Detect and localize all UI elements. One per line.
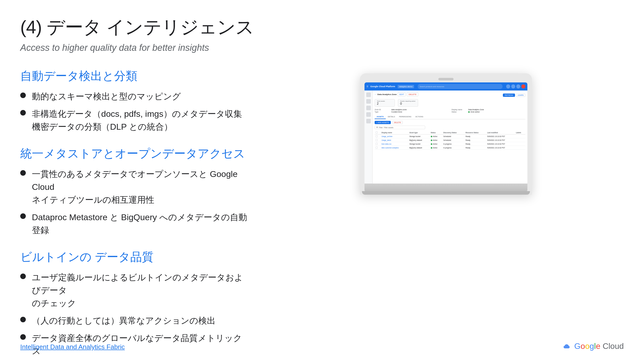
gcp-search-placeholder: Search products and resources — [420, 86, 444, 87]
tab-actions[interactable]: ACTIONS — [413, 115, 425, 119]
section1-title: 自動データ検出と分類 — [20, 68, 248, 84]
bullet-dot — [20, 213, 26, 219]
gcp-search-bar[interactable]: Search products and resources — [418, 84, 503, 89]
td-name[interactable]: train-data-csv — [380, 142, 408, 146]
section2-bullets: 一貫性のあるメタデータでオープンソースと Google Cloudネイティブツー… — [20, 168, 248, 237]
filter-label: Filter — [379, 127, 383, 128]
bullet-item: （人の行動としては）異常なアクションの検出 — [20, 314, 248, 327]
status-dot — [431, 140, 432, 141]
td-discovery: Scheduled — [442, 134, 465, 138]
gcp-ui: ☰ Google Cloud Platform dataplex-demo Se… — [364, 82, 527, 184]
bullet-item: ユーザ定義ルールによるビルトインのメタデータおよびデータのチェック — [20, 271, 248, 310]
td-labels — [515, 138, 525, 142]
filter-bar[interactable]: ⊞ Filter Filter assets — [375, 126, 425, 129]
user-avatar[interactable] — [521, 84, 525, 88]
info-val-display: Data Analytics Zone — [468, 109, 484, 110]
row-checkbox[interactable] — [376, 139, 378, 141]
stat-value-total: 2 — [377, 102, 393, 105]
sidebar-icon-3[interactable] — [366, 106, 371, 110]
info-key-zone-id: Zone ID — [375, 109, 390, 110]
topbar-icon-3[interactable] — [516, 84, 520, 88]
info-key-display: Display name — [452, 109, 467, 110]
laptop-mockup: ☰ Google Cloud Platform dataplex-demo Se… — [360, 73, 532, 195]
td-resource: Ready — [464, 142, 486, 146]
footer-link[interactable]: Intelligent Data and Analytics Fabric — [20, 343, 125, 351]
bullet-dot — [20, 274, 26, 279]
tab-details[interactable]: DETAILS — [386, 115, 397, 119]
bullet-text: 動的なスキーマ検出と型のマッピング — [32, 90, 248, 103]
info-val-status: Zone active — [468, 111, 480, 113]
add-assets-button[interactable]: + ADD ASSETS — [375, 121, 391, 124]
td-modified: 5/26/2021 10:13:32 PST — [486, 138, 515, 142]
th-checkbox — [375, 131, 380, 134]
bullet-text: ユーザ定義ルールによるビルトインのメタデータおよびデータのチェック — [32, 271, 248, 310]
refresh-button[interactable]: REFRESH — [503, 94, 515, 97]
bullet-dot — [20, 334, 26, 340]
topbar-icon-2[interactable] — [511, 84, 515, 88]
gcp-tabs: ASSETS DETAILS PERMISSIONS ACTIONS — [375, 115, 525, 119]
td-status: Active — [430, 138, 442, 142]
table-row: Usage_archive Storage bucket Active Sche… — [375, 134, 525, 138]
info-val-type: Curated Zone — [391, 111, 402, 113]
sidebar-icon-1[interactable] — [366, 93, 371, 97]
row-checkbox[interactable] — [376, 143, 378, 145]
bullet-text: 非構造化データ（docs, pdfs, imgs）のメタデータ収集機密データの分… — [32, 107, 248, 133]
row-checkbox[interactable] — [376, 135, 378, 137]
table-row: train-data-csv Storage bucket Active In … — [375, 142, 525, 146]
sidebar-icon-2[interactable] — [366, 99, 371, 104]
sidebar-icon-4[interactable] — [366, 112, 371, 117]
learn-button[interactable]: LEARN — [516, 94, 525, 97]
assets-table: Display name Asset type Status Discovery… — [375, 131, 525, 150]
th-labels: Labels — [515, 131, 525, 134]
bullet-item: Dataproc Metastore と BigQuery へのメタデータの自動… — [20, 211, 248, 237]
td-discovery: In progress — [442, 142, 465, 146]
gcp-body: ← Data Analytics Zone EDIT DELETE REFRES… — [364, 91, 527, 184]
filter-assets-label: Filter assets — [384, 127, 394, 128]
gcp-logo: Google Cloud Platform — [370, 85, 395, 88]
td-labels — [515, 146, 525, 150]
header-checkbox[interactable] — [376, 131, 378, 133]
td-type: Storage bucket — [408, 142, 430, 146]
info-row-display: Display name Data Analytics Zone — [452, 109, 525, 110]
td-discovery: In progress — [442, 146, 465, 150]
info-row-zone-id: Zone ID data-analytics-zone — [375, 109, 448, 110]
td-discovery: Scheduled — [442, 138, 465, 142]
gcp-stats-row: Total assets 2 Assets requiring action 0 — [375, 99, 525, 107]
section1-bullets: 動的なスキーマ検出と型のマッピング 非構造化データ（docs, pdfs, im… — [20, 90, 248, 133]
status-dot — [431, 147, 432, 149]
section-unified-store: 統一メタストアとオープンデータアクセス 一貫性のあるメタデータでオープンソースと… — [20, 146, 248, 237]
td-name[interactable]: Usage_latest — [380, 138, 408, 142]
delete-button[interactable]: DELETE — [407, 93, 418, 96]
td-type: Storage bucket — [408, 134, 430, 138]
td-resource: Ready — [464, 134, 486, 138]
td-modified: 5/26/2021 10:13:32 PST — [486, 142, 515, 146]
section2-title: 統一メタストアとオープンデータアクセス — [20, 146, 248, 162]
gcp-topbar-icons — [506, 84, 525, 88]
stat-label-action: Assets requiring action — [400, 100, 416, 102]
laptop-camera — [438, 78, 454, 80]
left-panel: 自動データ検出と分類 動的なスキーマ検出と型のマッピング 非構造化データ（doc… — [20, 68, 248, 361]
delete-assets-button[interactable]: DELETE — [392, 121, 403, 124]
topbar-icon-1[interactable] — [506, 84, 510, 88]
status-dot — [431, 136, 432, 137]
edit-button[interactable]: EDIT — [398, 93, 406, 96]
th-modified: Last modified — [486, 131, 515, 134]
td-checkbox — [375, 142, 380, 146]
table-row: bike-customer-analytics BigQuery dataset… — [375, 146, 525, 150]
tab-assets[interactable]: ASSETS — [375, 115, 386, 119]
google-cloud-logo: Google Cloud — [562, 342, 624, 351]
td-checkbox — [375, 138, 380, 142]
tab-permissions[interactable]: PERMISSIONS — [397, 115, 414, 119]
td-resource: Ready — [464, 146, 486, 150]
td-modified: 5/26/2021 10:13:32 PST — [486, 146, 515, 150]
td-name[interactable]: Usage_archive — [380, 134, 408, 138]
stat-box-action: Assets requiring action 0 — [398, 99, 418, 107]
info-row-type: Type Curated Zone — [375, 111, 448, 113]
th-discovery: Discovery Status — [442, 131, 465, 134]
th-status: Status — [430, 131, 442, 134]
laptop-screen: ☰ Google Cloud Platform dataplex-demo Se… — [364, 82, 527, 184]
row-checkbox[interactable] — [376, 147, 378, 149]
sidebar-icon-5[interactable] — [366, 119, 371, 123]
gcp-main-content: ← Data Analytics Zone EDIT DELETE REFRES… — [373, 91, 527, 184]
td-name[interactable]: bike-customer-analytics — [380, 146, 408, 150]
